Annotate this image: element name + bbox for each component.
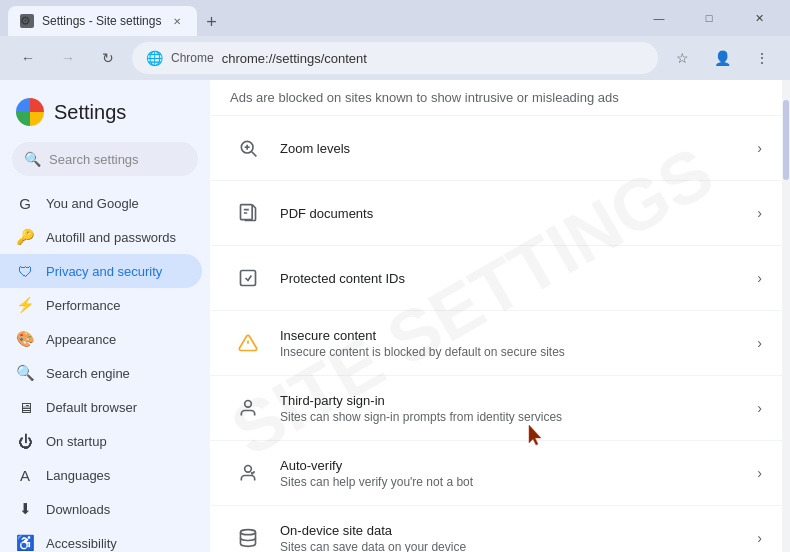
sidebar-item-appearance[interactable]: 🎨 Appearance: [0, 322, 202, 356]
on-device-site-data-title: On-device site data: [280, 523, 757, 538]
sidebar-item-accessibility[interactable]: ♿ Accessibility: [0, 526, 202, 552]
content-item-auto-verify[interactable]: Auto-verify Sites can help verify you're…: [210, 441, 782, 506]
content-item-insecure-content[interactable]: Insecure content Insecure content is blo…: [210, 311, 782, 376]
search-engine-icon: 🔍: [16, 364, 34, 382]
sidebar-item-performance[interactable]: ⚡ Performance: [0, 288, 202, 322]
zoom-levels-text: Zoom levels: [280, 141, 757, 156]
title-bar: ⚙ Settings - Site settings ✕ + — □ ✕: [0, 0, 790, 36]
sidebar-item-default-browser[interactable]: 🖥 Default browser: [0, 390, 202, 424]
svg-point-8: [245, 401, 252, 408]
sidebar-label-accessibility: Accessibility: [46, 536, 117, 551]
protected-content-chevron: ›: [757, 270, 762, 286]
close-button[interactable]: ✕: [736, 4, 782, 32]
top-info-text: Ads are blocked on sites known to show i…: [230, 90, 619, 105]
downloads-icon: ⬇: [16, 500, 34, 518]
you-and-google-icon: G: [16, 194, 34, 212]
sidebar-label-appearance: Appearance: [46, 332, 116, 347]
content-area[interactable]: Ads are blocked on sites known to show i…: [210, 80, 782, 552]
zoom-levels-icon: [230, 130, 266, 166]
svg-line-1: [252, 152, 257, 157]
main-content: Settings 🔍 Search settings G You and Goo…: [0, 80, 790, 552]
performance-icon: ⚡: [16, 296, 34, 314]
protected-content-title: Protected content IDs: [280, 271, 757, 286]
on-device-site-data-text: On-device site data Sites can save data …: [280, 523, 757, 553]
content-item-zoom-levels[interactable]: Zoom levels ›: [210, 116, 782, 181]
maximize-button[interactable]: □: [686, 4, 732, 32]
tab-favicon: ⚙: [20, 14, 34, 28]
search-container: 🔍 Search settings: [0, 138, 210, 186]
protected-content-text: Protected content IDs: [280, 271, 757, 286]
sidebar-label-default-browser: Default browser: [46, 400, 137, 415]
zoom-levels-title: Zoom levels: [280, 141, 757, 156]
back-button[interactable]: ←: [12, 42, 44, 74]
new-tab-button[interactable]: +: [197, 8, 225, 36]
content-item-protected-content[interactable]: Protected content IDs ›: [210, 246, 782, 311]
zoom-levels-chevron: ›: [757, 140, 762, 156]
svg-rect-5: [241, 271, 256, 286]
menu-button[interactable]: ⋮: [746, 42, 778, 74]
languages-icon: A: [16, 466, 34, 484]
window-controls: — □ ✕: [636, 4, 782, 32]
content-item-pdf-documents[interactable]: PDF documents ›: [210, 181, 782, 246]
url-text: chrome://settings/content: [222, 51, 644, 66]
tab-title: Settings - Site settings: [42, 14, 161, 28]
third-party-signin-subtitle: Sites can show sign-in prompts from iden…: [280, 410, 757, 424]
sidebar-label-search-engine: Search engine: [46, 366, 130, 381]
url-bar[interactable]: 🌐 Chrome chrome://settings/content: [132, 42, 658, 74]
third-party-signin-icon: [230, 390, 266, 426]
tab-close-button[interactable]: ✕: [169, 13, 185, 29]
sidebar-item-you-and-google[interactable]: G You and Google: [0, 186, 202, 220]
insecure-content-chevron: ›: [757, 335, 762, 351]
auto-verify-chevron: ›: [757, 465, 762, 481]
insecure-content-text: Insecure content Insecure content is blo…: [280, 328, 757, 359]
pdf-documents-title: PDF documents: [280, 206, 757, 221]
insecure-content-title: Insecure content: [280, 328, 757, 343]
on-device-site-data-icon: [230, 520, 266, 552]
sidebar-label-downloads: Downloads: [46, 502, 110, 517]
insecure-content-icon: [230, 325, 266, 361]
content-scrollbar[interactable]: [782, 80, 790, 552]
chrome-logo: [16, 98, 44, 126]
svg-point-10: [241, 530, 256, 535]
search-bar[interactable]: 🔍 Search settings: [12, 142, 198, 176]
sidebar-nav: G You and Google 🔑 Autofill and password…: [0, 186, 210, 552]
search-icon: 🔍: [24, 151, 41, 167]
sidebar-item-autofill[interactable]: 🔑 Autofill and passwords: [0, 220, 202, 254]
auto-verify-icon: [230, 455, 266, 491]
profile-button[interactable]: 👤: [706, 42, 738, 74]
default-browser-icon: 🖥: [16, 398, 34, 416]
content-items: Zoom levels › PDF documents › Protected …: [210, 116, 782, 552]
pdf-documents-icon: [230, 195, 266, 231]
sidebar-label-on-startup: On startup: [46, 434, 107, 449]
tab-strip: ⚙ Settings - Site settings ✕ +: [8, 0, 632, 36]
insecure-content-subtitle: Insecure content is blocked by default o…: [280, 345, 757, 359]
bookmark-button[interactable]: ☆: [666, 42, 698, 74]
protected-content-icon: [230, 260, 266, 296]
sidebar-item-on-startup[interactable]: ⏻ On startup: [0, 424, 202, 458]
browser-frame: ⚙ Settings - Site settings ✕ + — □ ✕ ← →…: [0, 0, 790, 552]
forward-button[interactable]: →: [52, 42, 84, 74]
sidebar-item-search-engine[interactable]: 🔍 Search engine: [0, 356, 202, 390]
top-info-bar: Ads are blocked on sites known to show i…: [210, 80, 782, 116]
sidebar-item-downloads[interactable]: ⬇ Downloads: [0, 492, 202, 526]
sidebar-label-privacy: Privacy and security: [46, 264, 162, 279]
pdf-documents-text: PDF documents: [280, 206, 757, 221]
auto-verify-subtitle: Sites can help verify you're not a bot: [280, 475, 757, 489]
auto-verify-text: Auto-verify Sites can help verify you're…: [280, 458, 757, 489]
privacy-icon: 🛡: [16, 262, 34, 280]
search-placeholder: Search settings: [49, 152, 139, 167]
active-tab[interactable]: ⚙ Settings - Site settings ✕: [8, 6, 197, 36]
on-startup-icon: ⏻: [16, 432, 34, 450]
on-device-site-data-subtitle: Sites can save data on your device: [280, 540, 757, 553]
sidebar-item-languages[interactable]: A Languages: [0, 458, 202, 492]
svg-point-9: [245, 466, 252, 473]
on-device-site-data-chevron: ›: [757, 530, 762, 546]
scrollbar-thumb: [783, 100, 789, 180]
third-party-signin-title: Third-party sign-in: [280, 393, 757, 408]
content-item-third-party-signin[interactable]: Third-party sign-in Sites can show sign-…: [210, 376, 782, 441]
address-bar: ← → ↻ 🌐 Chrome chrome://settings/content…: [0, 36, 790, 80]
reload-button[interactable]: ↻: [92, 42, 124, 74]
minimize-button[interactable]: —: [636, 4, 682, 32]
sidebar-item-privacy[interactable]: 🛡 Privacy and security: [0, 254, 202, 288]
content-item-on-device-site-data[interactable]: On-device site data Sites can save data …: [210, 506, 782, 552]
